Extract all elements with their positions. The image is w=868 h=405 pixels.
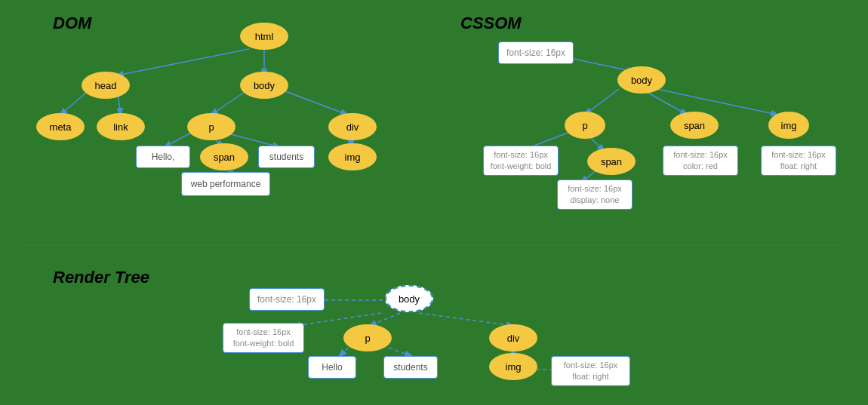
dom-div-node: div [328, 113, 377, 140]
render-p-node: p [343, 324, 392, 351]
dom-hello-rect: Hello, [136, 146, 190, 168]
cssom-span1-node: span [670, 112, 719, 139]
svg-line-20 [370, 313, 400, 326]
section-divider [26, 245, 842, 246]
dom-link-node: link [97, 113, 145, 140]
cssom-span2-rect: font-size: 16px display: none [557, 179, 633, 210]
render-img-node: img [489, 353, 537, 380]
render-hello-rect: Hello [308, 356, 356, 379]
dom-head-node: head [82, 72, 130, 99]
cssom-body-node: body [617, 66, 666, 94]
cssom-root-rect: font-size: 16px [498, 41, 574, 64]
diagram-container: DOM CSSOM Render Tree [0, 0, 868, 405]
render-div-node: div [489, 324, 537, 351]
dom-meta-node: meta [36, 113, 85, 140]
cssom-img-node: img [768, 112, 809, 139]
render-p-styles-rect: font-size: 16px font-weight: bold [223, 323, 304, 353]
connection-lines [0, 0, 868, 405]
dom-span-node: span [200, 143, 248, 170]
render-body-node: body [385, 285, 433, 312]
svg-line-5 [279, 89, 347, 115]
svg-line-6 [165, 132, 192, 147]
cssom-span1-rect: font-size: 16px color: red [663, 146, 738, 176]
dom-p-node: p [187, 113, 235, 140]
svg-line-0 [117, 49, 249, 75]
svg-line-4 [211, 89, 249, 115]
render-fontsize-rect: font-size: 16px [249, 288, 325, 311]
cssom-title: CSSOM [460, 14, 522, 33]
render-students-rect: students [383, 356, 438, 379]
svg-line-21 [419, 313, 513, 326]
dom-img-node: img [328, 143, 377, 170]
svg-line-12 [585, 89, 619, 115]
svg-line-14 [657, 89, 777, 115]
cssom-span2-node: span [587, 148, 636, 175]
dom-body-node: body [240, 72, 288, 99]
dom-html-node: html [240, 23, 288, 50]
cssom-img-rect: font-size: 16px float: right [761, 146, 836, 176]
dom-webperf-rect: web performance [181, 172, 270, 196]
render-title: Render Tree [53, 268, 149, 287]
dom-title: DOM [53, 14, 91, 33]
cssom-p-node: p [565, 112, 605, 139]
dom-students-rect: students [258, 146, 315, 168]
render-img-styles-rect: font-size: 16px float: right [551, 356, 630, 386]
cssom-p-rect: font-size: 16px font-weight: bold [483, 146, 559, 176]
